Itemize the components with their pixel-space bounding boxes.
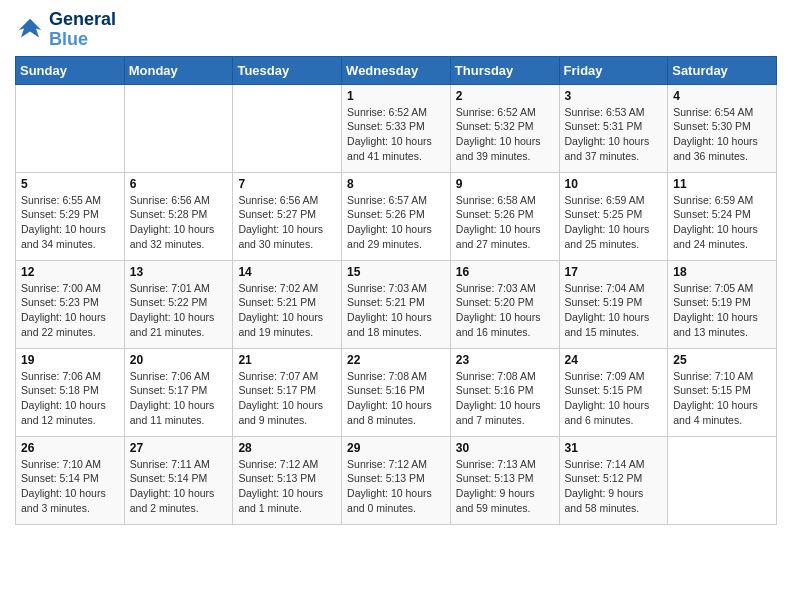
calendar-week-row: 5Sunrise: 6:55 AM Sunset: 5:29 PM Daylig… xyxy=(16,172,777,260)
day-number: 19 xyxy=(21,353,119,367)
day-info: Sunrise: 7:06 AM Sunset: 5:18 PM Dayligh… xyxy=(21,369,119,428)
day-number: 7 xyxy=(238,177,336,191)
day-info: Sunrise: 6:56 AM Sunset: 5:28 PM Dayligh… xyxy=(130,193,228,252)
calendar-cell: 27Sunrise: 7:11 AM Sunset: 5:14 PM Dayli… xyxy=(124,436,233,524)
day-number: 31 xyxy=(565,441,663,455)
day-number: 23 xyxy=(456,353,554,367)
calendar-cell: 10Sunrise: 6:59 AM Sunset: 5:25 PM Dayli… xyxy=(559,172,668,260)
day-info: Sunrise: 7:05 AM Sunset: 5:19 PM Dayligh… xyxy=(673,281,771,340)
day-number: 22 xyxy=(347,353,445,367)
day-number: 17 xyxy=(565,265,663,279)
calendar-cell xyxy=(233,84,342,172)
day-info: Sunrise: 7:03 AM Sunset: 5:20 PM Dayligh… xyxy=(456,281,554,340)
calendar-cell: 6Sunrise: 6:56 AM Sunset: 5:28 PM Daylig… xyxy=(124,172,233,260)
calendar-week-row: 19Sunrise: 7:06 AM Sunset: 5:18 PM Dayli… xyxy=(16,348,777,436)
day-info: Sunrise: 7:13 AM Sunset: 5:13 PM Dayligh… xyxy=(456,457,554,516)
day-info: Sunrise: 7:02 AM Sunset: 5:21 PM Dayligh… xyxy=(238,281,336,340)
logo-icon xyxy=(15,15,45,45)
calendar-cell: 25Sunrise: 7:10 AM Sunset: 5:15 PM Dayli… xyxy=(668,348,777,436)
day-header-saturday: Saturday xyxy=(668,56,777,84)
day-number: 12 xyxy=(21,265,119,279)
day-number: 3 xyxy=(565,89,663,103)
calendar-header-row: SundayMondayTuesdayWednesdayThursdayFrid… xyxy=(16,56,777,84)
calendar-cell: 1Sunrise: 6:52 AM Sunset: 5:33 PM Daylig… xyxy=(342,84,451,172)
calendar-table: SundayMondayTuesdayWednesdayThursdayFrid… xyxy=(15,56,777,525)
calendar-cell: 2Sunrise: 6:52 AM Sunset: 5:32 PM Daylig… xyxy=(450,84,559,172)
day-info: Sunrise: 7:08 AM Sunset: 5:16 PM Dayligh… xyxy=(456,369,554,428)
day-number: 21 xyxy=(238,353,336,367)
calendar-week-row: 26Sunrise: 7:10 AM Sunset: 5:14 PM Dayli… xyxy=(16,436,777,524)
day-number: 27 xyxy=(130,441,228,455)
day-info: Sunrise: 7:11 AM Sunset: 5:14 PM Dayligh… xyxy=(130,457,228,516)
calendar-cell: 22Sunrise: 7:08 AM Sunset: 5:16 PM Dayli… xyxy=(342,348,451,436)
day-number: 13 xyxy=(130,265,228,279)
calendar-cell: 4Sunrise: 6:54 AM Sunset: 5:30 PM Daylig… xyxy=(668,84,777,172)
day-header-monday: Monday xyxy=(124,56,233,84)
day-header-friday: Friday xyxy=(559,56,668,84)
day-info: Sunrise: 6:57 AM Sunset: 5:26 PM Dayligh… xyxy=(347,193,445,252)
day-number: 16 xyxy=(456,265,554,279)
day-number: 25 xyxy=(673,353,771,367)
day-info: Sunrise: 6:55 AM Sunset: 5:29 PM Dayligh… xyxy=(21,193,119,252)
day-info: Sunrise: 6:59 AM Sunset: 5:25 PM Dayligh… xyxy=(565,193,663,252)
calendar-cell: 13Sunrise: 7:01 AM Sunset: 5:22 PM Dayli… xyxy=(124,260,233,348)
calendar-cell: 3Sunrise: 6:53 AM Sunset: 5:31 PM Daylig… xyxy=(559,84,668,172)
svg-marker-0 xyxy=(19,19,42,38)
day-number: 24 xyxy=(565,353,663,367)
logo-text: General Blue xyxy=(49,10,116,50)
day-info: Sunrise: 7:10 AM Sunset: 5:14 PM Dayligh… xyxy=(21,457,119,516)
day-header-sunday: Sunday xyxy=(16,56,125,84)
calendar-cell: 20Sunrise: 7:06 AM Sunset: 5:17 PM Dayli… xyxy=(124,348,233,436)
day-info: Sunrise: 6:58 AM Sunset: 5:26 PM Dayligh… xyxy=(456,193,554,252)
logo: General Blue xyxy=(15,10,116,50)
day-number: 30 xyxy=(456,441,554,455)
day-info: Sunrise: 6:53 AM Sunset: 5:31 PM Dayligh… xyxy=(565,105,663,164)
day-number: 8 xyxy=(347,177,445,191)
day-info: Sunrise: 7:04 AM Sunset: 5:19 PM Dayligh… xyxy=(565,281,663,340)
day-info: Sunrise: 6:56 AM Sunset: 5:27 PM Dayligh… xyxy=(238,193,336,252)
calendar-cell: 17Sunrise: 7:04 AM Sunset: 5:19 PM Dayli… xyxy=(559,260,668,348)
day-number: 1 xyxy=(347,89,445,103)
calendar-cell: 12Sunrise: 7:00 AM Sunset: 5:23 PM Dayli… xyxy=(16,260,125,348)
day-number: 6 xyxy=(130,177,228,191)
day-info: Sunrise: 7:06 AM Sunset: 5:17 PM Dayligh… xyxy=(130,369,228,428)
calendar-cell: 5Sunrise: 6:55 AM Sunset: 5:29 PM Daylig… xyxy=(16,172,125,260)
day-info: Sunrise: 7:12 AM Sunset: 5:13 PM Dayligh… xyxy=(238,457,336,516)
day-number: 29 xyxy=(347,441,445,455)
day-header-thursday: Thursday xyxy=(450,56,559,84)
day-number: 2 xyxy=(456,89,554,103)
day-info: Sunrise: 7:14 AM Sunset: 5:12 PM Dayligh… xyxy=(565,457,663,516)
day-number: 11 xyxy=(673,177,771,191)
day-header-wednesday: Wednesday xyxy=(342,56,451,84)
day-info: Sunrise: 6:52 AM Sunset: 5:33 PM Dayligh… xyxy=(347,105,445,164)
day-info: Sunrise: 7:09 AM Sunset: 5:15 PM Dayligh… xyxy=(565,369,663,428)
calendar-cell: 30Sunrise: 7:13 AM Sunset: 5:13 PM Dayli… xyxy=(450,436,559,524)
day-number: 26 xyxy=(21,441,119,455)
day-info: Sunrise: 7:08 AM Sunset: 5:16 PM Dayligh… xyxy=(347,369,445,428)
day-number: 14 xyxy=(238,265,336,279)
day-number: 18 xyxy=(673,265,771,279)
calendar-cell xyxy=(124,84,233,172)
day-info: Sunrise: 6:59 AM Sunset: 5:24 PM Dayligh… xyxy=(673,193,771,252)
day-number: 5 xyxy=(21,177,119,191)
day-info: Sunrise: 7:10 AM Sunset: 5:15 PM Dayligh… xyxy=(673,369,771,428)
day-info: Sunrise: 7:03 AM Sunset: 5:21 PM Dayligh… xyxy=(347,281,445,340)
calendar-cell: 26Sunrise: 7:10 AM Sunset: 5:14 PM Dayli… xyxy=(16,436,125,524)
calendar-cell: 9Sunrise: 6:58 AM Sunset: 5:26 PM Daylig… xyxy=(450,172,559,260)
calendar-cell: 19Sunrise: 7:06 AM Sunset: 5:18 PM Dayli… xyxy=(16,348,125,436)
calendar-cell: 11Sunrise: 6:59 AM Sunset: 5:24 PM Dayli… xyxy=(668,172,777,260)
day-number: 15 xyxy=(347,265,445,279)
calendar-cell: 31Sunrise: 7:14 AM Sunset: 5:12 PM Dayli… xyxy=(559,436,668,524)
day-number: 9 xyxy=(456,177,554,191)
day-info: Sunrise: 7:12 AM Sunset: 5:13 PM Dayligh… xyxy=(347,457,445,516)
day-info: Sunrise: 6:52 AM Sunset: 5:32 PM Dayligh… xyxy=(456,105,554,164)
calendar-week-row: 1Sunrise: 6:52 AM Sunset: 5:33 PM Daylig… xyxy=(16,84,777,172)
day-number: 20 xyxy=(130,353,228,367)
calendar-cell: 14Sunrise: 7:02 AM Sunset: 5:21 PM Dayli… xyxy=(233,260,342,348)
day-info: Sunrise: 7:00 AM Sunset: 5:23 PM Dayligh… xyxy=(21,281,119,340)
day-number: 10 xyxy=(565,177,663,191)
calendar-cell: 15Sunrise: 7:03 AM Sunset: 5:21 PM Dayli… xyxy=(342,260,451,348)
calendar-cell: 8Sunrise: 6:57 AM Sunset: 5:26 PM Daylig… xyxy=(342,172,451,260)
calendar-cell: 24Sunrise: 7:09 AM Sunset: 5:15 PM Dayli… xyxy=(559,348,668,436)
day-header-tuesday: Tuesday xyxy=(233,56,342,84)
